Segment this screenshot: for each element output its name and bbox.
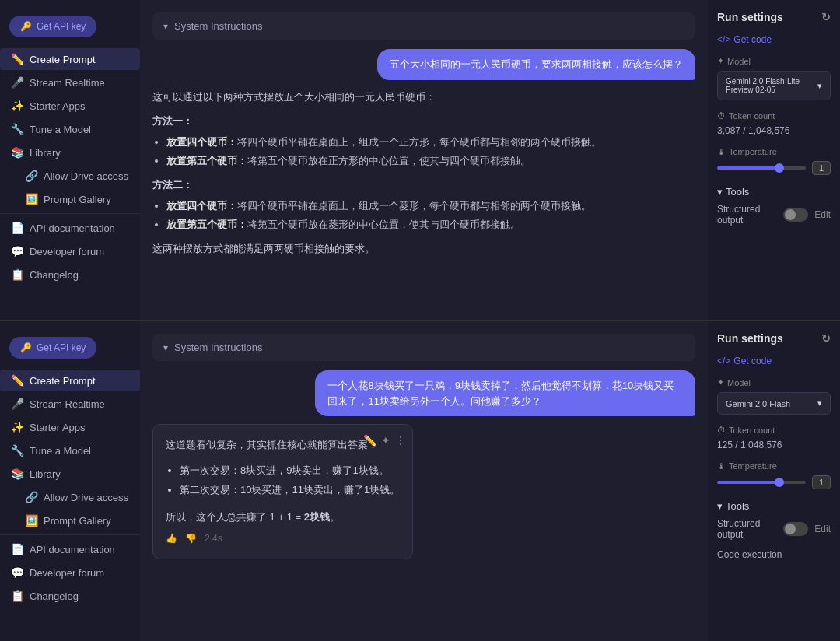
structured-output-controls-1: Edit: [783, 208, 831, 222]
tools-header-1[interactable]: ▾ Tools: [717, 186, 831, 198]
stream-icon-1: 🎤: [11, 76, 23, 89]
sidebar-item-prompt-gallery-1[interactable]: 🖼️ Prompt Gallery: [0, 188, 140, 210]
run-settings-title-1: Run settings: [717, 11, 783, 23]
chevron-tools-icon-2: ▾: [717, 500, 723, 512]
sidebar-item-tune-model-2[interactable]: 🔧 Tune a Model: [0, 440, 140, 461]
edit-msg-icon[interactable]: ✏️: [363, 431, 376, 450]
thumbs-up-icon[interactable]: 👍: [166, 531, 177, 548]
tune-label-2: Tune a Model: [30, 445, 91, 457]
api-key-button-2[interactable]: 🔑 Get API key: [9, 337, 96, 359]
sidebar-item-tune-model-1[interactable]: 🔧 Tune a Model: [0, 118, 140, 140]
api-docs-label-2: API documentation: [30, 544, 115, 555]
structured-output-edit-1[interactable]: Edit: [814, 209, 831, 220]
structured-output-toggle-1[interactable]: [783, 208, 808, 222]
sidebar-item-create-prompt-2[interactable]: ✏️ Create Prompt: [0, 370, 140, 391]
sidebar-item-library-1[interactable]: 📚 Library: [0, 142, 140, 163]
dropdown-icon-1: ▾: [817, 81, 822, 91]
toggle-knob-2: [785, 524, 796, 534]
sidebar-item-api-docs-2[interactable]: 📄 API documentation: [0, 538, 140, 560]
token-label-1: ⏱ Token count: [717, 111, 831, 121]
create-prompt-label-2: Create Prompt: [30, 375, 96, 387]
changelog-label-1: Changelog: [30, 269, 79, 281]
slider-thumb-1[interactable]: [775, 163, 784, 173]
get-code-link-1[interactable]: </> Get code: [717, 34, 831, 45]
method2-step2: 放置第五个硬币：将第五个硬币放在菱形的中心位置，使其与四个硬币都接触。: [166, 215, 601, 233]
assistant-conclusion-1: 这两种摆放方式都能满足两两硬币相接触的要求。: [152, 240, 601, 257]
code-execution-row-2: Code execution: [717, 549, 831, 560]
sidebar-item-dev-forum-1[interactable]: 💬 Developer forum: [0, 240, 140, 262]
code-icon-2: </>: [717, 356, 730, 366]
sidebar-item-stream-realtime-1[interactable]: 🎤 Stream Realtime: [0, 72, 140, 93]
model-select-1[interactable]: Gemini 2.0 Flash-Lite Preview 02-05 ▾: [717, 71, 831, 100]
structured-output-toggle-2[interactable]: [783, 522, 808, 536]
sidebar-item-dev-forum-2[interactable]: 💬 Developer forum: [0, 562, 140, 583]
toggle-knob-1: [785, 209, 796, 220]
star-msg-icon[interactable]: ✦: [381, 431, 390, 450]
model-select-2[interactable]: Gemini 2.0 Flash ▾: [717, 392, 831, 415]
token-section-2: ⏱ Token count 125 / 1,048,576: [717, 426, 831, 450]
refresh-icon-2[interactable]: ↻: [821, 332, 831, 345]
get-code-link-2[interactable]: </> Get code: [717, 356, 831, 366]
panel-2: 🔑 Get API key ✏️ Create Prompt 🎤 Stream …: [0, 321, 840, 641]
starter-label-1: Starter Apps: [30, 100, 86, 112]
library-label-1: Library: [30, 147, 61, 159]
token-value-1: 3,087 / 1,048,576: [717, 125, 831, 136]
starter-icon-1: ✨: [11, 100, 23, 112]
chat-area-2: 一个人花8块钱买了一只鸡，9块钱卖掉了，然后他觉得不划算，花10块钱又买回来了，…: [152, 370, 695, 629]
api-docs-label-1: API documentation: [30, 222, 115, 234]
structured-output-label-1: Structured output: [717, 204, 783, 226]
chat-area-1: 五个大小相同的一元人民币硬币，要求两两相接触，应该怎么摆？ 这可以通过以下两种方…: [152, 49, 695, 307]
sidebar-item-changelog-2[interactable]: 📋 Changelog: [0, 585, 140, 607]
api-key-button-1[interactable]: 🔑 Get API key: [9, 16, 96, 37]
model-value-1: Gemini 2.0 Flash-Lite Preview 02-05: [726, 77, 817, 94]
structured-output-edit-2[interactable]: Edit: [814, 524, 831, 534]
model-value-2: Gemini 2.0 Flash: [726, 399, 790, 408]
sidebar-item-changelog-1[interactable]: 📋 Changelog: [0, 264, 140, 285]
dropdown-icon-2: ▾: [817, 398, 822, 408]
forum-label-1: Developer forum: [30, 246, 104, 257]
sidebar-item-library-2[interactable]: 📚 Library: [0, 463, 140, 485]
temperature-slider-1[interactable]: 1: [717, 161, 831, 175]
gallery-label-2: Prompt Gallery: [44, 515, 111, 527]
sidebar-2: 🔑 Get API key ✏️ Create Prompt 🎤 Stream …: [0, 321, 140, 641]
temperature-slider-2[interactable]: 1: [717, 475, 831, 489]
temperature-value-2: 1: [812, 475, 831, 489]
method2-title: 方法二：: [152, 176, 601, 194]
method2-list: 放置四个硬币：将四个硬币平铺在桌面上，组成一个菱形，每个硬币都与相邻的两个硬币接…: [152, 197, 601, 233]
assistant-conclusion-2: 所以，这个人总共赚了 1 + 1 = 2块钱。: [166, 508, 400, 526]
sidebar-item-create-prompt-1[interactable]: ✏️ Create Prompt: [0, 48, 140, 70]
drive-icon-2: 🔗: [25, 491, 37, 503]
assistant-intro-1: 这可以通过以下两种方式摆放五个大小相同的一元人民币硬币：: [152, 88, 601, 106]
method2-step1: 放置四个硬币：将四个硬币平铺在桌面上，组成一个菱形，每个硬币都与相邻的两个硬币接…: [166, 197, 601, 215]
temperature-value-1: 1: [812, 161, 831, 175]
thumbs-down-icon[interactable]: 👎: [185, 531, 197, 548]
gallery-icon-2: 🖼️: [25, 514, 37, 527]
tools-header-2[interactable]: ▾ Tools: [717, 500, 831, 512]
sidebar-item-stream-realtime-2[interactable]: 🎤 Stream Realtime: [0, 393, 140, 415]
sidebar-item-drive-1[interactable]: 🔗 Allow Drive access: [0, 165, 140, 187]
api-key-label-2: Get API key: [37, 342, 86, 353]
refresh-icon-1[interactable]: ↻: [821, 11, 831, 23]
sidebar-item-starter-apps-2[interactable]: ✨ Starter Apps: [0, 416, 140, 438]
more-msg-icon[interactable]: ⋮: [395, 431, 406, 450]
temp-icon-1: 🌡: [717, 147, 726, 156]
sidebar-item-starter-apps-1[interactable]: ✨ Starter Apps: [0, 95, 140, 117]
slider-track-2[interactable]: [717, 481, 806, 484]
sidebar-item-prompt-gallery-2[interactable]: 🖼️ Prompt Gallery: [0, 510, 140, 531]
slider-track-1[interactable]: [717, 166, 806, 170]
sidebar-item-api-docs-1[interactable]: 📄 API documentation: [0, 217, 140, 239]
panel-1: 🔑 Get API key ✏️ Create Prompt 🎤 Stream …: [0, 0, 840, 321]
token-value-2: 125 / 1,048,576: [717, 440, 831, 450]
token-icon-1: ⏱: [717, 111, 726, 121]
sidebar-item-drive-2[interactable]: 🔗 Allow Drive access: [0, 486, 140, 508]
get-code-label-1: Get code: [733, 34, 772, 45]
assistant-message-1: 这可以通过以下两种方式摆放五个大小相同的一元人民币硬币： 方法一： 放置四个硬币…: [152, 88, 601, 258]
system-instructions-bar-2[interactable]: ▾ System Instructions: [152, 334, 695, 361]
token-icon-2: ⏱: [717, 426, 726, 435]
message-meta-2: 👍 👎 2.4s: [166, 531, 400, 548]
system-instructions-bar-1[interactable]: ▾ System Instructions: [152, 12, 695, 40]
stream-icon-2: 🎤: [11, 398, 23, 410]
method1-list: 放置四个硬币：将四个硬币平铺在桌面上，组成一个正方形，每个硬币都与相邻的两个硬币…: [152, 133, 601, 170]
slider-thumb-2[interactable]: [775, 478, 784, 487]
tools-section-2: ▾ Tools Structured output Edit Code exec…: [717, 500, 831, 560]
